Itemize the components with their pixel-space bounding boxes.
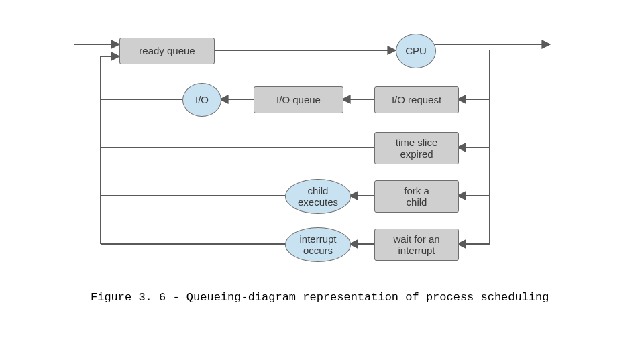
node-child-executes: child executes (285, 179, 351, 214)
node-io-queue: I/O queue (254, 86, 343, 113)
node-cpu: CPU (396, 34, 436, 68)
node-wait-interrupt: wait for an interrupt (374, 229, 459, 261)
node-io: I/O (182, 83, 221, 117)
node-io-request: I/O request (374, 86, 459, 113)
node-time-slice: time slice expired (374, 132, 459, 164)
figure-caption: Figure 3. 6 - Queueing-diagram represent… (91, 291, 549, 304)
node-fork-child: fork a child (374, 180, 459, 213)
node-interrupt-occurs: interrupt occurs (285, 227, 351, 262)
diagram-stage: ready queue CPU I/O I/O queue I/O reques… (0, 0, 644, 362)
node-ready-queue: ready queue (119, 38, 215, 64)
